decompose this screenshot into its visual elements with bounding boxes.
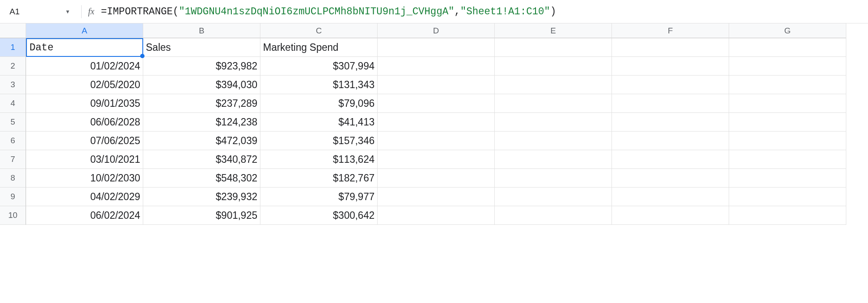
cell-f1[interactable]: [612, 38, 729, 57]
cell-f2[interactable]: [612, 57, 729, 76]
cell-d10[interactable]: [378, 206, 495, 225]
cell-a6[interactable]: 07/06/2025: [26, 132, 143, 150]
chevron-down-icon[interactable]: ▼: [65, 9, 70, 15]
cell-g3[interactable]: [729, 76, 846, 94]
cell-g6[interactable]: [729, 132, 846, 150]
cell-f9[interactable]: [612, 188, 729, 206]
cell-a3[interactable]: 02/05/2020: [26, 76, 143, 94]
cell-d1[interactable]: [378, 38, 495, 57]
cell-a7[interactable]: 03/10/2021: [26, 150, 143, 169]
cell-f7[interactable]: [612, 150, 729, 169]
row-header-4[interactable]: 4: [0, 94, 26, 113]
cell-e2[interactable]: [495, 57, 612, 76]
row-header-6[interactable]: 6: [0, 132, 26, 150]
cell-d2[interactable]: [378, 57, 495, 76]
formula-arg1: "1WDGNU4n1szDqNiOI6zmUCLPCMh8bNITU9n1j_C…: [179, 6, 454, 17]
row-header-3[interactable]: 3: [0, 76, 26, 94]
row-header-5[interactable]: 5: [0, 113, 26, 132]
cell-g1[interactable]: [729, 38, 846, 57]
cell-g10[interactable]: [729, 206, 846, 225]
cell-d5[interactable]: [378, 113, 495, 132]
cell-b9[interactable]: $239,932: [143, 188, 260, 206]
cell-f8[interactable]: [612, 169, 729, 188]
table-row: 03/10/2021 $340,872 $113,624: [26, 150, 846, 169]
row-header-8[interactable]: 8: [0, 169, 26, 188]
cell-d4[interactable]: [378, 94, 495, 113]
cell-c4[interactable]: $79,096: [260, 94, 378, 113]
cell-c10[interactable]: $300,642: [260, 206, 378, 225]
cell-a10[interactable]: 06/02/2024: [26, 206, 143, 225]
select-all-corner[interactable]: [0, 23, 26, 38]
cell-g9[interactable]: [729, 188, 846, 206]
cell-b7[interactable]: $340,872: [143, 150, 260, 169]
cell-b1[interactable]: Sales: [143, 38, 260, 57]
cell-c6[interactable]: $157,346: [260, 132, 378, 150]
cell-g7[interactable]: [729, 150, 846, 169]
col-header-a[interactable]: A: [26, 23, 143, 38]
cell-e6[interactable]: [495, 132, 612, 150]
cell-f4[interactable]: [612, 94, 729, 113]
cell-c1[interactable]: Marketing Spend: [260, 38, 378, 57]
row-header-2[interactable]: 2: [0, 57, 26, 76]
col-header-d[interactable]: D: [378, 23, 495, 38]
cell-b4[interactable]: $237,289: [143, 94, 260, 113]
cell-e5[interactable]: [495, 113, 612, 132]
col-header-g[interactable]: G: [729, 23, 846, 38]
cell-d7[interactable]: [378, 150, 495, 169]
row-header-1[interactable]: 1: [0, 38, 26, 57]
cell-a9[interactable]: 04/02/2029: [26, 188, 143, 206]
cell-c8[interactable]: $182,767: [260, 169, 378, 188]
cell-b8[interactable]: $548,302: [143, 169, 260, 188]
cell-f3[interactable]: [612, 76, 729, 94]
formula-arg2: "Sheet1!A1:C10": [460, 6, 550, 17]
cell-a1[interactable]: Date: [26, 38, 143, 57]
col-header-b[interactable]: B: [143, 23, 260, 38]
column-headers-row: A B C D E F G: [0, 23, 868, 38]
cell-c2[interactable]: $307,994: [260, 57, 378, 76]
col-header-e[interactable]: E: [495, 23, 612, 38]
row-header-7[interactable]: 7: [0, 150, 26, 169]
cell-d9[interactable]: [378, 188, 495, 206]
cell-c7[interactable]: $113,624: [260, 150, 378, 169]
cell-e4[interactable]: [495, 94, 612, 113]
cell-f6[interactable]: [612, 132, 729, 150]
cell-d8[interactable]: [378, 169, 495, 188]
cell-d3[interactable]: [378, 76, 495, 94]
formula-bar[interactable]: =IMPORTRANGE("1WDGNU4n1szDqNiOI6zmUCLPCM…: [101, 6, 863, 17]
table-row: 01/02/2024 $923,982 $307,994: [26, 57, 846, 76]
cell-c3[interactable]: $131,343: [260, 76, 378, 94]
table-row: 06/06/2028 $124,238 $41,413: [26, 113, 846, 132]
row-headers: 1 2 3 4 5 6 7 8 9 10: [0, 38, 26, 225]
row-header-9[interactable]: 9: [0, 188, 26, 206]
cell-g4[interactable]: [729, 94, 846, 113]
cell-f5[interactable]: [612, 113, 729, 132]
name-box[interactable]: A1 ▼: [5, 5, 75, 18]
cell-b3[interactable]: $394,030: [143, 76, 260, 94]
cell-b10[interactable]: $901,925: [143, 206, 260, 225]
cell-e9[interactable]: [495, 188, 612, 206]
cell-a2[interactable]: 01/02/2024: [26, 57, 143, 76]
cell-e1[interactable]: [495, 38, 612, 57]
cell-c9[interactable]: $79,977: [260, 188, 378, 206]
cell-a5[interactable]: 06/06/2028: [26, 113, 143, 132]
cell-e8[interactable]: [495, 169, 612, 188]
cell-f10[interactable]: [612, 206, 729, 225]
toolbar-divider: [81, 5, 82, 18]
cell-g8[interactable]: [729, 169, 846, 188]
cell-a4[interactable]: 09/01/2035: [26, 94, 143, 113]
cell-e7[interactable]: [495, 150, 612, 169]
cell-c5[interactable]: $41,413: [260, 113, 378, 132]
cell-b2[interactable]: $923,982: [143, 57, 260, 76]
cell-d6[interactable]: [378, 132, 495, 150]
cell-e10[interactable]: [495, 206, 612, 225]
cell-g2[interactable]: [729, 57, 846, 76]
cell-b5[interactable]: $124,238: [143, 113, 260, 132]
fx-icon: fx: [88, 7, 94, 16]
cell-g5[interactable]: [729, 113, 846, 132]
col-header-f[interactable]: F: [612, 23, 729, 38]
cell-a8[interactable]: 10/02/2030: [26, 169, 143, 188]
row-header-10[interactable]: 10: [0, 206, 26, 225]
cell-b6[interactable]: $472,039: [143, 132, 260, 150]
col-header-c[interactable]: C: [260, 23, 378, 38]
cell-e3[interactable]: [495, 76, 612, 94]
